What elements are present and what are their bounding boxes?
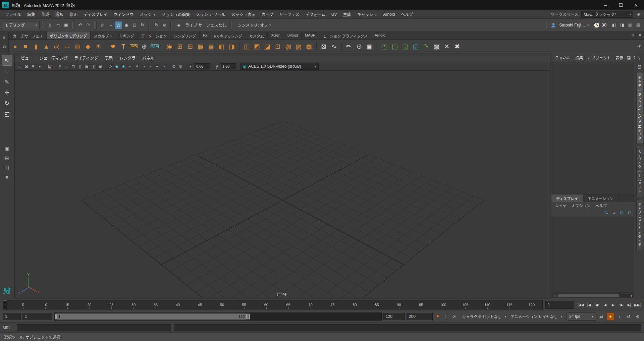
shelf-tab[interactable]: MASH <box>302 32 319 39</box>
channel-menu-item[interactable]: オブジェクト <box>585 55 613 60</box>
menu-item[interactable]: メッシュ <box>137 10 159 18</box>
shelf-tab[interactable]: モーション グラフィックス <box>319 32 371 39</box>
mirror-icon[interactable]: ⊠ <box>319 41 329 51</box>
panel-menu-item[interactable]: ビュー <box>17 55 36 61</box>
poly-torus-icon[interactable]: ◎ <box>52 41 62 51</box>
exposure-icon[interactable]: ◐ <box>187 63 194 69</box>
extract-icon[interactable]: ▦ <box>196 41 206 51</box>
snap-to-grid-icon[interactable]: # <box>99 21 106 29</box>
toolbar-group-separator[interactable] <box>170 20 173 30</box>
shelf-tab[interactable]: カーブ/サーフェス <box>9 32 47 39</box>
isolate-select-icon[interactable]: ⊙ <box>177 63 184 69</box>
bookmark-icon[interactable]: ⚑ <box>434 313 442 320</box>
snap-to-projected-center-icon[interactable]: ◉ <box>123 21 130 29</box>
lighting-icon[interactable]: ☀ <box>134 63 140 69</box>
menu-item[interactable]: 修正 <box>66 10 80 18</box>
save-scene-icon[interactable]: ▣ <box>62 21 70 29</box>
user-avatar-icon[interactable] <box>550 22 556 28</box>
command-result-field[interactable] <box>174 324 641 331</box>
menu-item[interactable]: 生成 <box>340 10 354 18</box>
shaded-icon[interactable]: ◆ <box>114 63 120 69</box>
command-language-toggle[interactable]: MEL <box>3 326 14 330</box>
use-default-material-icon[interactable]: ◐ <box>127 63 133 69</box>
layer-tab-animation[interactable]: アニメーション <box>583 194 619 202</box>
xray-icon[interactable]: ⊘ <box>171 63 177 69</box>
grid-toggle-icon[interactable]: # <box>57 63 63 69</box>
animation-preferences-icon[interactable]: ⚙ <box>634 313 641 320</box>
menu-item[interactable]: ファイル <box>2 10 24 18</box>
toggle-tool-settings-icon[interactable]: ▥ <box>627 21 634 29</box>
sculpt-mesh-icon[interactable]: ✹ <box>108 41 118 51</box>
animation-layer-label[interactable]: アニメーション レイヤなし <box>511 314 557 319</box>
toggle-modeling-toolkit-icon[interactable]: ◧ <box>610 21 618 29</box>
mute-sound-icon[interactable]: ♪ <box>616 313 623 320</box>
step-forward-key-button[interactable]: •▶ <box>618 301 625 309</box>
workspace-dropdown[interactable]: Maya クラシック* ▾ <box>581 11 633 18</box>
snap-to-origin-icon[interactable]: 0,0,0 <box>150 41 160 51</box>
shadows-icon[interactable]: ◑ <box>141 63 147 69</box>
undo-icon[interactable]: ↶ <box>76 21 84 29</box>
menu-item[interactable]: メッシュ表示 <box>228 10 259 18</box>
shelf-tab[interactable]: レンダリング <box>170 32 200 39</box>
shelf-tab[interactable]: アニメーション <box>138 32 171 39</box>
four-pane-layout-button[interactable]: ⊞ <box>2 154 12 163</box>
occlusion-icon[interactable]: ◒ <box>147 63 154 69</box>
workspace-gear-icon[interactable]: ⚙ <box>635 11 642 18</box>
minimize-button[interactable]: – <box>598 0 613 10</box>
select-camera-icon[interactable]: ▭ <box>16 63 23 69</box>
safe-title-icon[interactable]: ⊟ <box>97 63 103 69</box>
move-tool[interactable]: ✛ <box>2 88 12 98</box>
menu-item[interactable]: カーブ <box>259 10 276 18</box>
step-back-frame-button[interactable]: |◀ <box>585 301 593 309</box>
shelf-tab[interactable]: XGen <box>268 32 284 39</box>
shelf-tab[interactable]: FX キャッシング <box>211 32 246 39</box>
outliner-layout-button[interactable]: ≡ <box>2 173 12 181</box>
open-scene-icon[interactable]: ▱ <box>54 21 62 29</box>
snap-to-point-icon[interactable]: ◎ <box>115 21 122 29</box>
construction-history-icon[interactable]: ↻ <box>153 21 160 29</box>
channel-menu-item[interactable]: チャネル <box>553 55 573 60</box>
toggle-attribute-editor-icon[interactable]: ◨ <box>619 21 626 29</box>
copy-skin-weights-icon[interactable]: ◱ <box>411 41 421 51</box>
step-forward-frame-button[interactable]: ▶| <box>626 301 633 309</box>
poly-cylinder-icon[interactable]: ▮ <box>31 41 41 51</box>
trial-clock-icon[interactable] <box>594 22 600 28</box>
panel-menu-item[interactable]: パネル <box>139 55 158 61</box>
no-character-set-icon[interactable]: ⊘ <box>450 313 458 320</box>
booleans-icon[interactable]: ◉ <box>164 41 174 51</box>
gate-mask-icon[interactable]: ▯ <box>77 63 83 69</box>
target-weld-icon[interactable]: ⊙ <box>354 41 364 51</box>
viewport-3d[interactable]: Y x z persp <box>15 71 550 298</box>
shelf-overflow-icon[interactable]: ≪ <box>636 43 643 50</box>
gamma-field[interactable] <box>221 63 236 69</box>
range-slider[interactable]: 1 120 <box>54 312 382 321</box>
scroll-left-icon[interactable]: ◂ <box>552 294 557 297</box>
scale-tool[interactable]: ◱ <box>2 109 12 119</box>
transfer-vertex-order-icon[interactable]: ◲ <box>400 41 410 51</box>
snap-to-curve-icon[interactable]: ↝ <box>107 21 114 29</box>
animation-layer-dropdown-icon[interactable]: ▾ <box>560 315 562 318</box>
smooth-icon[interactable]: ◧ <box>216 41 226 51</box>
type-tool-icon[interactable]: T <box>118 41 128 51</box>
toolbar-group-separator[interactable] <box>72 20 74 30</box>
motion-blur-icon[interactable]: ◓ <box>154 63 160 69</box>
play-forwards-button[interactable]: ▶ <box>609 301 617 309</box>
range-end-handle[interactable] <box>246 314 248 320</box>
scroll-right-icon[interactable]: ▸ <box>630 294 634 297</box>
platonic-solid-icon[interactable]: ◆ <box>83 41 93 51</box>
range-start-handle[interactable] <box>55 314 57 320</box>
layer-up-icon[interactable]: ▴ <box>611 210 618 216</box>
toolbar-group-separator[interactable] <box>148 20 151 30</box>
transfer-attributes-icon[interactable]: ◰ <box>379 41 389 51</box>
select-tool[interactable]: ↖ <box>2 55 12 65</box>
combine-icon[interactable]: ⊞ <box>175 41 185 51</box>
sidebar-tab-channel-box[interactable]: チャネル ボックス / レイヤ エディタ <box>636 72 643 144</box>
play-backwards-button[interactable]: ◀ <box>601 301 609 309</box>
bookmarks-icon[interactable]: ▾ <box>37 63 43 69</box>
close-button[interactable]: ✕ <box>629 0 644 10</box>
highlight-selection-icon[interactable]: ⊛ <box>161 21 168 29</box>
crease-sets-icon[interactable]: ✖ <box>452 41 462 51</box>
extrude-icon[interactable]: ◫ <box>241 41 252 51</box>
layer-menu-item[interactable]: レイヤ <box>553 203 569 208</box>
toolbar-group-separator[interactable] <box>42 20 44 30</box>
